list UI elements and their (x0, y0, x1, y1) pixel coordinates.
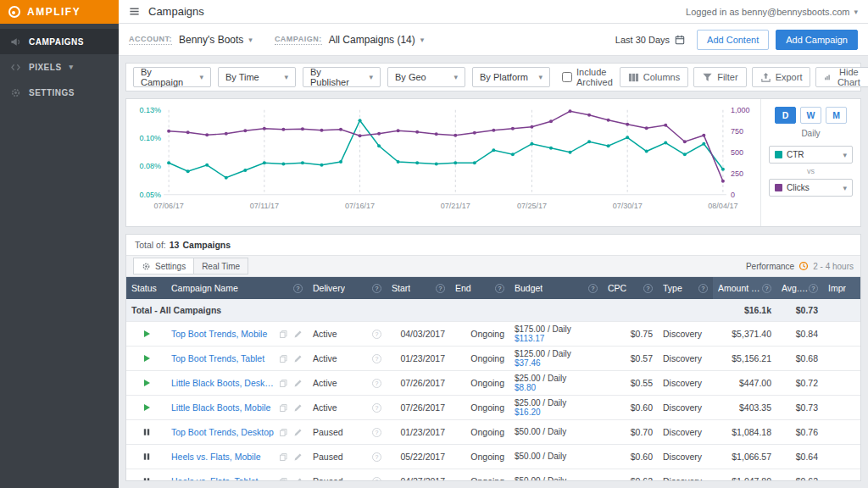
status-cell (126, 428, 166, 436)
edit-icon[interactable] (293, 403, 303, 413)
info-icon[interactable]: ? (762, 284, 771, 293)
column-header-impr[interactable]: Impr (823, 277, 861, 299)
campaign-name-link[interactable]: Little Black Boots, Desktop (171, 378, 274, 388)
info-icon[interactable]: ? (372, 379, 381, 388)
column-header-cpc[interactable]: CPC? (603, 277, 658, 299)
cell-cpc: $0.55 (603, 378, 658, 388)
info-icon[interactable]: ? (372, 330, 381, 339)
column-header-amount-spent[interactable]: Amount Spent? (713, 277, 776, 299)
tab-settings[interactable]: Settings (133, 258, 194, 274)
duplicate-icon[interactable] (279, 330, 288, 339)
campaign-name-link[interactable]: Top Boot Trends, Tablet (171, 353, 274, 363)
info-icon[interactable]: ? (372, 452, 381, 462)
play-icon[interactable] (142, 379, 151, 387)
info-icon[interactable]: ? (372, 403, 381, 413)
pause-icon[interactable] (142, 428, 151, 436)
export-button[interactable]: Export (752, 67, 811, 87)
edit-icon[interactable] (293, 428, 303, 437)
filter-dropdown-by-publisher[interactable]: By Publisher▾ (303, 67, 381, 87)
campaign-selector[interactable]: CAMPAIGN: All Campaigns (14) ▾ (275, 34, 424, 46)
pause-icon[interactable] (142, 452, 151, 461)
metric2-select[interactable]: Clicks ▾ (769, 179, 853, 197)
info-icon[interactable]: ? (372, 428, 381, 437)
sidebar-item-campaigns[interactable]: CAMPAIGNS (0, 29, 119, 54)
filter-dropdown-by-geo[interactable]: By Geo▾ (387, 67, 465, 87)
cell-cpc: $0.75 (603, 329, 658, 339)
svg-text:1,000: 1,000 (731, 106, 750, 114)
play-icon[interactable] (142, 403, 151, 412)
column-header-delivery[interactable]: Delivery? (308, 277, 387, 299)
edit-icon[interactable] (293, 354, 303, 363)
metric2-label: Clicks (787, 183, 810, 192)
duplicate-icon[interactable] (279, 428, 288, 437)
edit-icon[interactable] (293, 379, 303, 388)
campaign-name-link[interactable]: Top Boot Trends, Mobile (171, 329, 274, 339)
duplicate-icon[interactable] (279, 477, 288, 481)
duplicate-icon[interactable] (279, 354, 288, 363)
granularity-m-button[interactable]: M (826, 107, 847, 124)
info-icon[interactable]: ? (372, 477, 381, 481)
edit-icon[interactable] (293, 477, 303, 481)
campaign-name-link[interactable]: Heels vs. Flats, Tablet (171, 476, 274, 480)
filter-dropdown-by-platform[interactable]: By Platform▾ (472, 67, 550, 87)
column-header-status[interactable]: Status (126, 277, 166, 299)
play-icon[interactable] (142, 354, 151, 363)
include-archived-input[interactable] (562, 72, 572, 82)
column-header-end[interactable]: End? (450, 277, 509, 299)
hide-chart-button[interactable]: Hide Chart (815, 67, 868, 87)
granularity-d-button[interactable]: D (775, 107, 796, 124)
filter-button[interactable]: Filter (693, 67, 746, 87)
duplicate-icon[interactable] (279, 379, 288, 388)
column-header-start[interactable]: Start? (387, 277, 450, 299)
info-icon[interactable]: ? (293, 284, 303, 293)
cell-type: Discovery (658, 452, 713, 462)
hamburger-menu-icon[interactable] (129, 6, 140, 17)
filter-dropdown-by-campaign[interactable]: By Campaign▾ (133, 67, 211, 87)
tab-real-time[interactable]: Real Time (194, 258, 248, 274)
granularity-w-button[interactable]: W (800, 107, 821, 124)
column-header-avg-cpc[interactable]: Avg. CPC? (776, 277, 823, 299)
cell-end: Ongoing (450, 353, 509, 363)
edit-icon[interactable] (293, 452, 303, 462)
info-icon[interactable]: ? (809, 284, 818, 293)
filter-dropdown-by-time[interactable]: By Time▾ (218, 67, 296, 87)
campaign-name-link[interactable]: Top Boot Trends, Desktop (171, 427, 274, 437)
play-icon[interactable] (142, 330, 151, 338)
info-icon[interactable]: ? (698, 284, 708, 293)
date-range-picker[interactable]: Last 30 Days (615, 35, 685, 45)
add-campaign-button[interactable]: Add Campaign (776, 30, 858, 50)
svg-text:0.08%: 0.08% (140, 162, 162, 170)
edit-icon[interactable] (293, 330, 303, 339)
include-archived-checkbox[interactable]: Include Archived (562, 67, 613, 87)
budget-value: $50.00 / Daily (515, 427, 566, 437)
metric1-select[interactable]: CTR ▾ (769, 146, 853, 164)
account-label: ACCOUNT: (129, 35, 172, 45)
column-header-budget[interactable]: Budget? (509, 277, 603, 299)
account-selector[interactable]: ACCOUNT: Benny's Boots ▾ (129, 34, 253, 46)
info-icon[interactable]: ? (372, 284, 381, 293)
info-icon[interactable]: ? (643, 284, 653, 293)
sidebar-item-settings[interactable]: SETTINGS (0, 80, 119, 105)
cell-end: Ongoing (450, 402, 509, 413)
performance-label: Performance (746, 262, 794, 271)
delivery-value: Paused (313, 476, 343, 480)
sidebar-item-pixels[interactable]: PIXELS▾ (0, 54, 119, 80)
performance-chart: 07/06/1707/11/1707/16/1707/21/1707/25/17… (130, 102, 759, 226)
total-row: Total - All Campaigns$16.1k$0.73 (126, 299, 860, 322)
campaign-name-link[interactable]: Little Black Boots, Mobile (171, 402, 274, 413)
duplicate-icon[interactable] (279, 452, 288, 462)
column-header-type[interactable]: Type? (658, 277, 713, 299)
campaign-name-cell: Heels vs. Flats, Mobile (166, 452, 308, 462)
add-content-button[interactable]: Add Content (697, 30, 769, 50)
pause-icon[interactable] (142, 477, 151, 480)
info-icon[interactable]: ? (495, 284, 504, 293)
campaign-name-link[interactable]: Heels vs. Flats, Mobile (171, 452, 274, 462)
info-icon[interactable]: ? (436, 284, 445, 293)
column-header-campaign-name[interactable]: Campaign Name? (166, 277, 308, 299)
columns-button[interactable]: Columns (620, 67, 688, 87)
info-icon[interactable]: ? (372, 354, 381, 363)
duplicate-icon[interactable] (279, 403, 288, 413)
info-icon[interactable]: ? (588, 284, 598, 293)
budget-value: $25.00 / Daily (515, 374, 566, 384)
logged-in-menu[interactable]: Logged in as benny@bennysboots.com ▾ (686, 7, 858, 17)
